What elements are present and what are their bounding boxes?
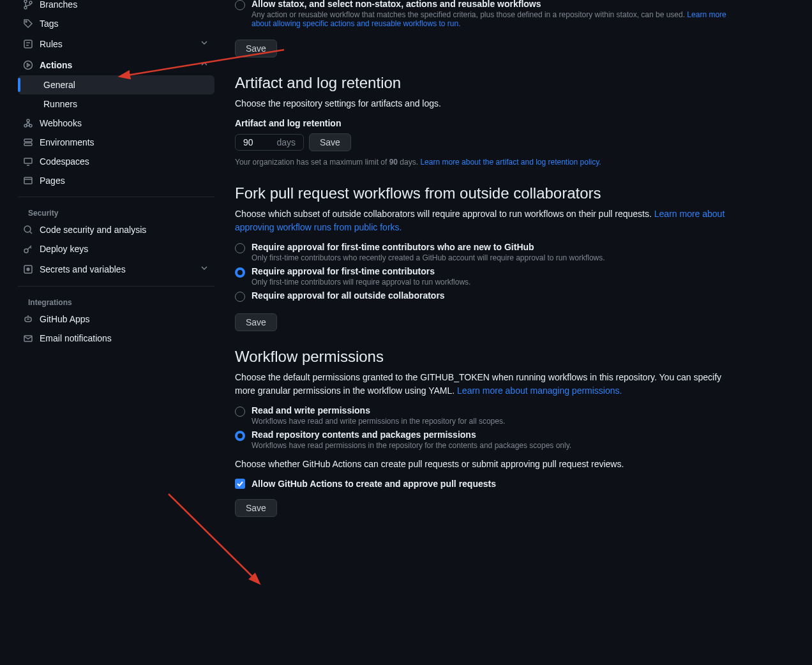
chevron-down-icon — [199, 38, 209, 50]
svg-rect-12 — [24, 177, 32, 184]
sidebar-label: GitHub Apps — [40, 314, 90, 324]
divider — [18, 286, 214, 287]
svg-point-1 — [24, 6, 27, 9]
svg-point-0 — [24, 0, 27, 3]
retention-input-wrapper: days — [235, 134, 304, 151]
option-desc: Only first-time contributors who recentl… — [252, 253, 605, 262]
sidebar-heading-integrations: Integrations — [18, 293, 214, 310]
section-desc: Choose the repository settings for artif… — [235, 97, 733, 110]
svg-point-3 — [26, 21, 27, 22]
sidebar-item-secrets[interactable]: Secrets and variables — [18, 258, 214, 280]
svg-rect-11 — [24, 158, 32, 163]
sidebar-item-github-apps[interactable]: GitHub Apps — [18, 310, 214, 329]
section-desc: Choose which subset of outside collabora… — [235, 207, 733, 234]
sidebar-label: Branches — [40, 0, 77, 10]
mail-icon — [23, 333, 33, 343]
server-icon — [23, 137, 33, 147]
browser-icon — [23, 176, 33, 186]
sidebar-label: Webhooks — [40, 118, 82, 128]
sidebar-item-runners[interactable]: Runners — [18, 94, 214, 114]
sidebar-item-environments[interactable]: Environments — [18, 133, 214, 152]
option-label: Read repository contents and packages pe… — [252, 430, 571, 440]
radio-read-only[interactable] — [235, 431, 245, 441]
sidebar-label: Email notifications — [40, 333, 112, 343]
save-button[interactable]: Save — [235, 313, 277, 331]
sidebar-label: Deploy keys — [40, 244, 88, 254]
svg-rect-9 — [24, 139, 32, 142]
branch-icon — [23, 0, 33, 10]
option-label: Require approval for first-time contribu… — [252, 242, 605, 252]
checkbox-label: Allow GitHub Actions to create and appro… — [252, 479, 496, 489]
option-label: Read and write permissions — [252, 405, 505, 415]
rules-icon — [23, 39, 33, 49]
sidebar-label: Secrets and variables — [40, 264, 126, 274]
tag-icon — [23, 19, 33, 29]
sidebar-label: Tags — [40, 19, 59, 29]
codescan-icon — [23, 225, 33, 235]
sidebar-label: Runners — [43, 99, 77, 109]
sidebar-label: Code security and analysis — [40, 225, 146, 235]
svg-rect-4 — [24, 40, 32, 48]
retention-footer: Your organization has set a maximum limi… — [235, 156, 733, 168]
save-button[interactable]: Save — [235, 499, 277, 517]
option-label: Require approval for first-time contribu… — [252, 266, 470, 276]
codespaces-icon — [23, 156, 33, 167]
option-desc: Any action or reusable workflow that mat… — [252, 10, 733, 28]
option-label: Require approval for all outside collabo… — [252, 290, 445, 301]
radio-allow-select[interactable] — [235, 0, 245, 10]
chevron-up-icon — [199, 59, 209, 71]
sidebar-label: Rules — [40, 39, 63, 49]
field-label: Artifact and log retention — [235, 118, 733, 128]
section-title-workflow: Workflow permissions — [235, 348, 733, 366]
option-label: Allow statox, and select non-statox, act… — [252, 0, 733, 9]
key-icon — [23, 244, 33, 254]
radio-all-outside[interactable] — [235, 292, 245, 302]
learn-more-link[interactable]: Learn more about managing permissions. — [457, 385, 622, 396]
checkbox-allow-pr[interactable] — [235, 479, 245, 489]
svg-point-13 — [24, 226, 31, 232]
radio-first-time[interactable] — [235, 267, 245, 278]
sidebar-label: Actions — [40, 60, 72, 70]
sidebar-label: Pages — [40, 176, 65, 186]
option-desc: Workflows have read and write permission… — [252, 417, 505, 426]
divider — [18, 197, 214, 197]
hubot-icon — [23, 314, 33, 324]
sidebar-item-tags[interactable]: Tags — [18, 14, 214, 33]
sidebar-item-rules[interactable]: Rules — [18, 33, 214, 54]
chevron-down-icon — [199, 263, 209, 275]
play-icon — [23, 60, 33, 70]
sidebar-item-deploy-keys[interactable]: Deploy keys — [18, 239, 214, 258]
radio-first-time-new[interactable] — [235, 243, 245, 253]
webhook-icon — [23, 118, 33, 128]
save-button[interactable]: Save — [235, 40, 277, 57]
pr-desc: Choose whether GitHub Actions can create… — [235, 458, 733, 471]
sidebar-item-codespaces[interactable]: Codespaces — [18, 152, 214, 171]
sidebar-item-code-security[interactable]: Code security and analysis — [18, 220, 214, 239]
sidebar-label: Environments — [40, 137, 94, 147]
sidebar-item-webhooks[interactable]: Webhooks — [18, 114, 214, 133]
section-title-fork: Fork pull request workflows from outside… — [235, 184, 733, 202]
svg-rect-10 — [24, 143, 32, 146]
sidebar-item-email[interactable]: Email notifications — [18, 329, 214, 348]
save-button[interactable]: Save — [309, 133, 351, 151]
sidebar-item-pages[interactable]: Pages — [18, 171, 214, 190]
section-desc: Choose the default permissions granted t… — [235, 371, 733, 398]
sidebar-label: Codespaces — [40, 156, 89, 167]
main-content: Allow statox, and select non-statox, act… — [225, 0, 748, 517]
learn-more-link[interactable]: Learn more about the artifact and log re… — [420, 158, 601, 167]
settings-sidebar: Branches Tags Rules Actions General Runn… — [0, 0, 225, 517]
svg-point-6 — [27, 119, 29, 122]
asterisk-icon — [23, 264, 33, 274]
sidebar-item-actions[interactable]: Actions — [18, 54, 214, 75]
sidebar-item-general[interactable]: General — [18, 75, 214, 94]
sidebar-item-branches[interactable]: Branches — [18, 0, 214, 14]
radio-read-write[interactable] — [235, 407, 245, 417]
svg-point-2 — [29, 1, 32, 4]
unit-label: days — [276, 137, 296, 147]
retention-days-input[interactable] — [243, 137, 269, 147]
option-desc: Only first-time contributors will requir… — [252, 278, 470, 287]
section-title-retention: Artifact and log retention — [235, 74, 733, 92]
sidebar-label: General — [43, 80, 75, 90]
sidebar-heading-security: Security — [18, 204, 214, 220]
option-desc: Workflows have read permissions in the r… — [252, 441, 571, 450]
